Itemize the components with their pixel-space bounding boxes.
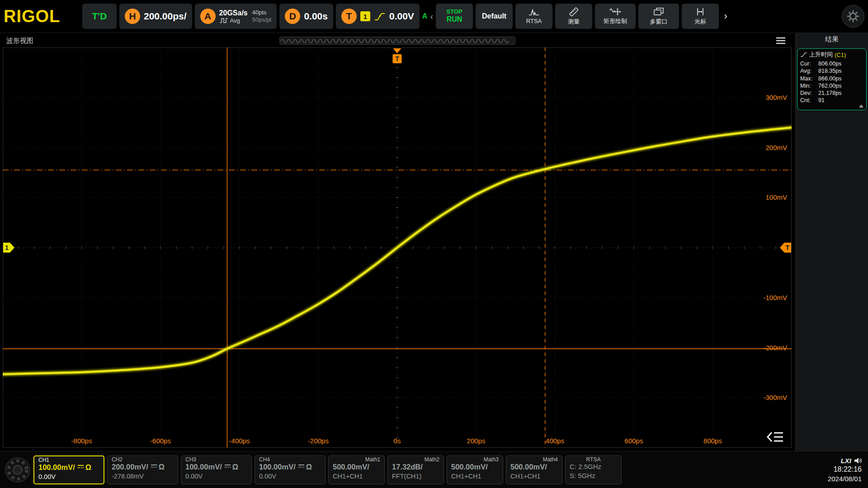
math-tab: Math1 xyxy=(365,456,380,463)
ch1-waveform-glow xyxy=(3,127,792,374)
row-value: 818.35ps xyxy=(818,67,841,75)
multi-window-label: 多窗口 xyxy=(650,18,668,26)
math-box-math2[interactable]: Math2 17.32dB/ FFT(CH1) xyxy=(387,455,444,484)
svg-text:400ps: 400ps xyxy=(546,437,564,445)
math-box-math1[interactable]: Math1 500.00mV/ CH1+CH1 xyxy=(328,455,385,484)
math-tab: Math2 xyxy=(425,456,439,463)
auto-trigger-indicator: A xyxy=(422,12,428,20)
waveform-menu-icon[interactable] xyxy=(775,37,786,47)
measurement-row: Min:762.00ps xyxy=(800,82,863,89)
trigger-status-button[interactable]: T'D xyxy=(82,4,117,29)
lxi-row: LXI xyxy=(828,456,862,465)
math-scale: 500.00mV/ xyxy=(451,463,499,471)
acquisition-col-1: 20GSa/s Avg xyxy=(219,9,248,24)
row-value: 21.178ps xyxy=(818,89,841,97)
results-title: 结果 xyxy=(796,35,868,44)
toolbar-collapse-arrow[interactable]: ‹ xyxy=(430,11,433,22)
channel-box-ch2[interactable]: CH2 200.00mV/Ω -278.08mV xyxy=(107,455,178,484)
horizontal-position-bar[interactable] xyxy=(279,37,515,45)
lxi-logo: LXI xyxy=(841,456,851,465)
rect-draw-icon xyxy=(609,8,621,16)
svg-text:-400ps: -400ps xyxy=(229,437,250,445)
waveform-plot[interactable]: 300mV200mV100mV-100mV-200mV-300mV-800ps-… xyxy=(3,47,792,448)
rtsa-button[interactable]: RTSA xyxy=(515,4,552,29)
channel-scale: 100.00mV/ xyxy=(38,463,75,472)
acquisition-settings[interactable]: A 20GSa/s Avg 40pts 50ps/pt xyxy=(195,4,277,29)
channel-tab: CH3 xyxy=(185,456,196,463)
toolbar-more-arrow[interactable]: › xyxy=(722,10,730,22)
gear-avatar-icon[interactable] xyxy=(842,5,864,28)
time-resolution: 50ps/pt xyxy=(252,16,272,23)
clock-block[interactable]: LXI 18:22:16 2024/08/01 xyxy=(828,456,863,483)
top-toolbar: RIGOL T'D H 200.00ps/ A 20GSa/s Avg 40pt… xyxy=(0,0,868,33)
horizontal-badge: H xyxy=(125,9,140,24)
impedance: Ω xyxy=(232,463,238,471)
channel-scale: 200.00mV/ xyxy=(112,463,148,471)
clock-time: 18:22:16 xyxy=(828,465,862,474)
horizontal-scale: 200.00ps/ xyxy=(144,11,187,22)
row-value: 762.00ps xyxy=(818,82,841,89)
channel-box-ch1[interactable]: CH1 100.00mV/Ω 0.00V xyxy=(33,455,104,484)
math-scale: 500.00mV/ xyxy=(333,463,380,471)
collapse-triangle-icon[interactable] xyxy=(859,104,863,108)
row-label: Cur: xyxy=(800,60,818,67)
svg-text:1: 1 xyxy=(5,244,9,251)
expand-menu-icon[interactable] xyxy=(766,431,784,445)
run-stop-labels: STOP RUN xyxy=(446,9,462,23)
cursor-button[interactable]: 光标 xyxy=(682,4,719,29)
row-value: 91 xyxy=(818,97,825,104)
measurement-row: Avg:818.35ps xyxy=(800,67,863,75)
math-tab: Math3 xyxy=(484,456,499,463)
rtsa-center: C: 2.5GHz xyxy=(570,463,617,470)
channel-tab: CH4 xyxy=(259,456,270,463)
channel-box-ch4[interactable]: CH4 100.00mV/Ω 0.00V xyxy=(255,455,326,484)
average-mode-icon xyxy=(219,18,228,23)
math-box-math3[interactable]: Math3 500.00mV/ CH1+CH1 xyxy=(447,455,503,484)
horizontal-settings[interactable]: H 200.00ps/ xyxy=(119,4,192,29)
channel-scale-row: 100.00mV/Ω xyxy=(38,463,99,472)
svg-text:0s: 0s xyxy=(394,437,401,445)
row-value: 866.00ps xyxy=(818,75,841,82)
ch1-level-marker[interactable]: 1 xyxy=(3,243,14,253)
measure-label: 测量 xyxy=(568,18,580,26)
trigger-level-marker[interactable]: T xyxy=(780,243,791,253)
memory-points: 40pts xyxy=(252,9,272,16)
trigger-position-flag[interactable]: T xyxy=(393,48,402,63)
sample-rate: 20GSa/s xyxy=(219,9,248,17)
waveform-view: 波形视图 300mV200mV100mV-100mV-200mV-300mV-8… xyxy=(0,33,794,451)
svg-text:200ps: 200ps xyxy=(467,437,486,445)
channel-scale-row: 100.00mV/Ω xyxy=(185,463,247,471)
channel-offset: 0.00V xyxy=(259,473,321,480)
channel-scale: 100.00mV/ xyxy=(185,463,222,471)
dc-coupling-icon xyxy=(298,465,304,469)
default-button[interactable]: Default xyxy=(476,4,513,29)
channel-tab: CH1 xyxy=(38,457,49,463)
measurement-row: Cnt:91 xyxy=(800,97,863,104)
rtsa-box[interactable]: RTSA C: 2.5GHz S: 5GHz xyxy=(565,455,622,484)
measure-button[interactable]: 测量 xyxy=(555,4,592,29)
math-tab: Math4 xyxy=(543,456,558,463)
channel-tab: CH2 xyxy=(112,456,123,463)
row-label: Cnt: xyxy=(800,97,818,104)
multi-window-button[interactable]: 多窗口 xyxy=(638,4,679,29)
delay-settings[interactable]: D 0.00s xyxy=(279,4,333,29)
trigger-settings[interactable]: T 1 0.00V xyxy=(336,4,420,29)
math-expression: FFT(CH1) xyxy=(392,473,439,480)
measurement-row: Max:866.00ps xyxy=(800,75,863,82)
measurement-row: Cur:806.00ps xyxy=(800,60,863,67)
math-scale: 500.00mV/ xyxy=(510,463,558,471)
bottom-status-bar: CH1 100.00mV/Ω 0.00V CH2 200.00mV/Ω -278… xyxy=(0,451,868,488)
axis-labels: 300mV200mV100mV-100mV-200mV-300mV-800ps-… xyxy=(71,94,787,445)
measurement-card-risetime[interactable]: 上升时间(C1) Cur:806.00ps Avg:818.35ps Max:8… xyxy=(797,48,867,110)
run-stop-button[interactable]: STOP RUN xyxy=(436,4,473,29)
svg-text:200mV: 200mV xyxy=(765,144,787,151)
math-expression: CH1+CH1 xyxy=(510,473,558,480)
math-expression: CH1+CH1 xyxy=(451,473,499,480)
navigation-knob-icon[interactable] xyxy=(5,457,31,483)
rect-draw-button[interactable]: 矩形绘制 xyxy=(595,4,636,29)
channel-box-ch3[interactable]: CH3 100.00mV/Ω 0.00V xyxy=(181,455,252,484)
multi-window-icon xyxy=(653,7,664,16)
math-box-math4[interactable]: Math4 500.00mV/ CH1+CH1 xyxy=(506,455,562,484)
svg-text:800ps: 800ps xyxy=(703,437,722,445)
speaker-icon xyxy=(854,457,862,464)
